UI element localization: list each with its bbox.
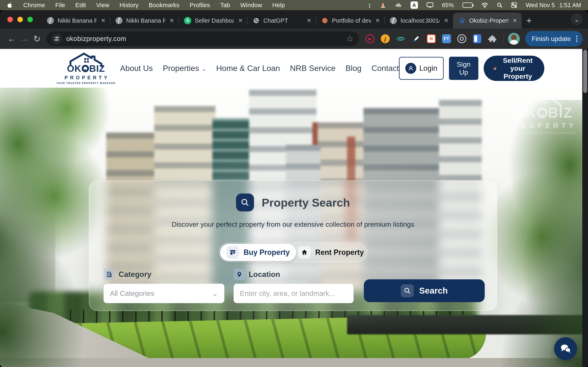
scrollbar[interactable] (582, 49, 588, 367)
rent-property-tab[interactable]: Rent Property (296, 244, 366, 261)
store-icon (226, 246, 239, 259)
menu-item-chrome[interactable]: Chrome (23, 2, 45, 8)
search-button[interactable]: Search (364, 279, 485, 302)
browser-toolbar: ← → ↻ okobizproperty.com ☆ ▶ j N FT (0, 29, 588, 49)
spotlight-search-icon[interactable] (497, 2, 502, 8)
menu-item-window[interactable]: Window (240, 2, 262, 8)
tab-chatgpt[interactable]: ChatGPT ✕ (247, 13, 316, 29)
buy-property-tab[interactable]: Buy Property (220, 244, 296, 261)
menu-item-help[interactable]: Help (272, 2, 285, 8)
watermark-logo: OKBIZ PROPERTY YOUR TRUSTED PROPERTY MAN… (506, 91, 581, 134)
menu-item-history[interactable]: History (120, 2, 138, 8)
hero-section: OKBIZ PROPERTY YOUR TRUSTED PROPERTY MAN… (0, 88, 588, 367)
vlc-cone-icon[interactable] (380, 2, 386, 8)
close-tab-icon[interactable]: ✕ (306, 17, 312, 24)
menu-item-bookmarks[interactable]: Bookmarks (149, 2, 180, 8)
logo-ring-o (82, 65, 89, 72)
cloud-icon[interactable] (395, 2, 402, 8)
back-button[interactable]: ← (5, 33, 18, 45)
chatgpt-favicon (252, 17, 260, 24)
pen-extension-icon[interactable] (411, 34, 421, 44)
minimize-window-button[interactable] (17, 17, 23, 22)
globe-favicon (115, 17, 123, 24)
site-logo[interactable]: OKBIZ PROPERTY YOUR TRUSTED PROPERTY MAN… (65, 52, 107, 85)
zoom-window-button[interactable] (27, 17, 33, 22)
bookmark-star-icon[interactable]: ☆ (346, 34, 354, 43)
nav-about-us[interactable]: About Us (120, 64, 153, 73)
chat-icon (559, 343, 572, 354)
profile-avatar[interactable] (508, 33, 520, 45)
close-tab-icon[interactable]: ✕ (169, 17, 175, 24)
menu-item-profiles[interactable]: Profiles (190, 2, 210, 8)
buy-rent-toggle: Buy Property Rent Property (219, 243, 367, 262)
url-text[interactable]: okobizproperty.com (66, 35, 126, 43)
tab-seller-dashboard[interactable]: fi Seller Dashboard ✕ (179, 13, 247, 29)
chevron-down-icon: ⌄ (212, 289, 218, 298)
browser-menu-icon[interactable] (575, 36, 579, 42)
note-extension-icon[interactable]: N (426, 34, 436, 44)
input-source-icon[interactable]: A (411, 1, 418, 9)
nav-properties[interactable]: Properties (163, 64, 199, 73)
signup-button[interactable]: Sign Up (449, 57, 478, 80)
menu-item-file[interactable]: File (55, 2, 65, 8)
tab-nikki-2[interactable]: Nikki Banana Powd ✕ (110, 13, 179, 29)
atom-extension-icon[interactable] (396, 34, 406, 44)
search-icon (401, 284, 414, 297)
close-tab-icon[interactable]: ✕ (237, 17, 243, 24)
main-nav: About Us Properties ⌄ Home & Car Loan NR… (120, 64, 399, 73)
tab-okobiz-property-active[interactable]: Okobiz-Property ✕ (453, 13, 522, 29)
amber-extension-icon[interactable]: j (380, 34, 390, 44)
page-viewport: OKBIZ PROPERTY YOUR TRUSTED PROPERTY MAN… (0, 49, 588, 367)
address-bar[interactable]: okobizproperty.com ☆ (46, 31, 359, 46)
tab-localhost[interactable]: localhost:3001/pro ✕ (384, 13, 453, 29)
claude-favicon (321, 17, 329, 24)
menu-bar-clock[interactable]: Wed Nov 51:51 AM (526, 2, 581, 8)
control-center-icon[interactable] (511, 2, 517, 8)
panel-subtitle: Discover your perfect property from our … (89, 220, 497, 228)
login-button[interactable]: Login (399, 57, 444, 80)
site-header: OKBIZ PROPERTY YOUR TRUSTED PROPERTY MAN… (0, 49, 588, 88)
wifi-icon[interactable] (481, 2, 488, 8)
close-tab-icon[interactable]: ✕ (100, 17, 106, 24)
house-emoji-icon (493, 64, 497, 72)
building-icon (104, 269, 115, 280)
site-settings-icon[interactable] (52, 33, 62, 44)
tab-portfolio[interactable]: Portfolio of develo ✕ (316, 13, 384, 29)
nav-blog[interactable]: Blog (346, 64, 361, 73)
category-select[interactable]: All Categories ⌄ (104, 284, 224, 303)
tab-nikki-1[interactable]: Nikki Banana Powd ✕ (42, 13, 110, 29)
okobiz-favicon (458, 17, 466, 24)
tab-search-button[interactable]: ⌄ (571, 13, 583, 25)
apple-icon[interactable] (7, 1, 13, 9)
ft-extension-icon[interactable]: FT (442, 34, 451, 44)
close-tab-icon[interactable]: ✕ (443, 17, 449, 24)
menu-item-edit[interactable]: Edit (75, 2, 86, 8)
new-tab-button[interactable]: + (522, 13, 536, 29)
forward-button[interactable]: → (18, 33, 31, 45)
macos-menu-bar: Chrome File Edit View History Bookmarks … (0, 0, 588, 10)
battery-icon (462, 2, 473, 8)
chat-fab-button[interactable] (554, 337, 577, 360)
extensions-row: ▶ j N FT (362, 34, 501, 44)
close-window-button[interactable] (7, 17, 13, 22)
display-icon[interactable] (426, 2, 433, 8)
toolbar-divider (503, 34, 503, 43)
updown-arrows-icon[interactable]: ↕ (368, 1, 371, 9)
video-extension-icon[interactable]: ▶ (365, 34, 375, 44)
close-tab-icon[interactable]: ✕ (374, 17, 381, 24)
logo-tagline: YOUR TRUSTED PROPERTY MANAGER (56, 82, 116, 85)
menu-item-view[interactable]: View (96, 2, 109, 8)
menu-item-tab[interactable]: Tab (220, 2, 230, 8)
finish-update-button[interactable]: Finish update (525, 31, 583, 47)
nav-contact[interactable]: Contact (371, 64, 399, 73)
scrollbar-thumb[interactable] (583, 50, 587, 93)
target-extension-icon[interactable] (457, 34, 467, 44)
extensions-puzzle-icon[interactable] (488, 34, 497, 44)
close-tab-icon[interactable]: ✕ (512, 17, 518, 24)
nav-home-car-loan[interactable]: Home & Car Loan (216, 64, 280, 73)
reload-button[interactable]: ↻ (31, 33, 43, 45)
location-input[interactable] (233, 284, 354, 303)
folder-extension-icon[interactable] (472, 34, 482, 44)
sell-rent-button[interactable]: Sell/Rent your Property (484, 56, 544, 81)
nav-nrb-service[interactable]: NRB Service (290, 64, 336, 73)
